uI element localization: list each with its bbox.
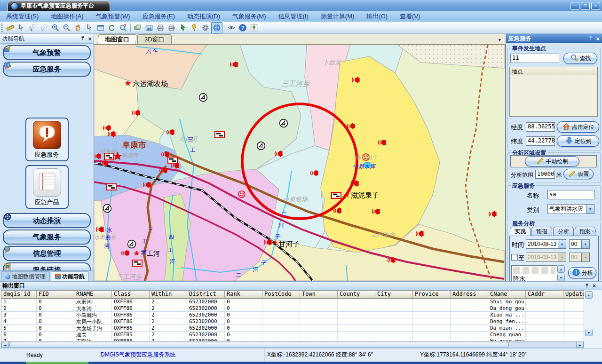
full-extent-icon[interactable] <box>95 22 106 33</box>
sidebar-item-weather-warning[interactable]: 气象预警 <box>3 45 91 60</box>
longitude-input[interactable]: 88.3625506 <box>526 122 555 132</box>
green-pointer-icon[interactable] <box>177 22 189 33</box>
click-locate-button[interactable]: 点击定位 <box>557 121 599 133</box>
set-range-button[interactable]: 设置 <box>563 169 594 179</box>
zoom-in-icon[interactable] <box>50 22 61 33</box>
sidebar-item-info-management[interactable]: 信息管理 <box>3 246 91 261</box>
column-header-City[interactable]: City <box>375 291 413 299</box>
tab-function-navigation[interactable]: 功能导航 <box>51 271 89 281</box>
globe-service-icon[interactable] <box>211 22 222 33</box>
column-header-FID[interactable]: FID <box>37 291 74 299</box>
tab-live[interactable]: 实况 <box>510 227 531 236</box>
manual-draw-button[interactable]: 手动绘制 <box>525 156 579 166</box>
column-header-Address[interactable]: Address <box>451 291 488 299</box>
zoom-scale-icon[interactable] <box>118 22 129 33</box>
menu-weather-warning[interactable]: 气象预警(W) <box>90 11 136 22</box>
settings-gear-icon[interactable] <box>200 22 211 33</box>
zoom-out-icon[interactable] <box>61 22 72 33</box>
refresh-icon[interactable] <box>106 22 118 33</box>
output-hscrollbar[interactable]: ◀ ▶ <box>1 342 584 348</box>
latitude-input[interactable]: 44.2277844 <box>526 136 555 146</box>
minimize-button[interactable]: — <box>570 2 579 10</box>
column-header-Rank[interactable]: Rank <box>225 291 262 299</box>
hscroll-thumb[interactable] <box>9 342 509 348</box>
sidebar-item-weather-service[interactable]: 气象服务 <box>3 229 91 245</box>
listbox-scrollbar[interactable]: ▲ ▼ <box>557 265 564 281</box>
close-icon[interactable]: × <box>596 36 600 42</box>
scroll-up-icon[interactable]: ▲ <box>557 265 565 273</box>
tab-map-data-management[interactable]: 地图数据管理 <box>1 271 50 281</box>
column-header-CAddr[interactable]: CAddr <box>526 291 563 299</box>
column-header-CName[interactable]: CName <box>488 291 526 299</box>
select-box-icon[interactable] <box>27 22 39 33</box>
tab-map-window[interactable]: 地图窗口 <box>97 34 137 44</box>
menu-dynamic-deduction[interactable]: 动态推演(D) <box>181 11 226 22</box>
analyze-button[interactable]: i 分析 <box>568 267 596 278</box>
element-listbox[interactable]: 降水 空气温度 <box>511 265 557 282</box>
sidebar-item-emergency-service[interactable]: 应急服务 <box>3 62 91 77</box>
menu-info-management[interactable]: 信息管理(I) <box>272 11 315 22</box>
column-header-County[interactable]: County <box>338 291 375 299</box>
menu-output[interactable]: 输出(O) <box>360 11 394 22</box>
column-header-Town[interactable]: Town <box>300 291 338 299</box>
maximize-button[interactable]: □ <box>581 2 590 10</box>
column-header-District[interactable]: District <box>187 291 225 299</box>
menu-view[interactable]: 查看(V) <box>394 11 426 22</box>
column-header-Update[interactable]: Update <box>563 291 584 299</box>
location-list[interactable] <box>509 75 598 117</box>
scroll-right-icon[interactable]: ▶ <box>576 342 584 348</box>
deselect-icon[interactable] <box>39 22 50 33</box>
pin-icon[interactable] <box>585 283 589 289</box>
tab-3d-window[interactable]: 3D窗口 <box>137 34 172 44</box>
pan-hand-icon[interactable] <box>72 22 84 33</box>
date-select[interactable]: 2010-08-13▼ <box>526 239 566 249</box>
scroll-down-icon[interactable]: ▼ <box>557 274 565 281</box>
chevron-down-icon[interactable]: ▼ <box>586 205 594 214</box>
hour-select[interactable]: 00▼ <box>569 239 590 249</box>
tab-forecast[interactable]: 预报 <box>531 227 552 236</box>
print-icon[interactable] <box>155 22 166 33</box>
column-header-Within[interactable]: Within <box>150 291 187 299</box>
measure-ruler-icon[interactable] <box>5 22 16 33</box>
map-canvas[interactable]: 八斗 六运湖农场 三工河乡 下西泉 九运街 阜康市 城关镇 阜康市 水磨沟乡 三… <box>94 45 506 281</box>
menu-map-operation[interactable]: 地图操作(A) <box>45 11 89 22</box>
service-name-input[interactable]: sa <box>547 190 594 199</box>
print-color-icon[interactable] <box>166 22 177 33</box>
sidebar-item-dynamic-deduction[interactable]: 动态推演 <box>3 213 91 228</box>
tab-analysis[interactable]: 分析 <box>553 227 574 236</box>
locate-pin-icon[interactable] <box>189 22 200 33</box>
service-type-select[interactable]: 气象和洪水灾▼ <box>547 204 594 214</box>
toolbar-grip[interactable] <box>1 24 3 32</box>
map-tab-dropdown-icon[interactable]: ▼ <box>498 38 502 42</box>
search-button[interactable]: 查找 <box>563 53 597 64</box>
column-header-PostCode[interactable]: PostCode <box>262 291 300 299</box>
emergency-product-button[interactable]: 应急产品 <box>25 165 69 209</box>
map-layers-icon[interactable] <box>132 22 143 33</box>
menu-weather-service[interactable]: 气象服务(M) <box>226 11 272 22</box>
pin-icon[interactable] <box>588 35 593 42</box>
legend-tree-icon[interactable] <box>248 22 260 33</box>
select-arrow-icon[interactable] <box>16 22 27 33</box>
table-row[interactable]: 70五官沟OXFF8626523020000Wu guan gou <box>1 338 584 341</box>
close-icon[interactable]: × <box>592 283 596 289</box>
table-row[interactable]: 30小马厩沟OXFF8626523020000Xiao ma ... <box>1 312 584 318</box>
eye-view-icon[interactable] <box>226 22 237 33</box>
column-header-RNAME[interactable]: RNAME <box>74 291 112 299</box>
menu-system[interactable]: 系统管理(S) <box>0 11 45 22</box>
table-row[interactable]: 20大冬沟OXFF8626523020000Da dong gou <box>1 305 584 312</box>
close-button[interactable]: × <box>591 2 600 10</box>
location-list-header[interactable]: 地点 <box>509 67 598 75</box>
table-row[interactable]: 60城关OXFF8526523020000Cheng guan <box>1 332 584 338</box>
scroll-up-icon[interactable]: ▲ <box>585 291 593 299</box>
close-icon[interactable]: × <box>88 36 92 42</box>
column-header-Provice[interactable]: Provice <box>413 291 451 299</box>
table-row[interactable]: 40东风一小队OXFF8626523020000Dong fen... <box>1 318 584 325</box>
help-icon[interactable]: ? <box>237 22 248 33</box>
menu-emergency-service[interactable]: 应急服务(E) <box>136 11 181 22</box>
output-vscrollbar[interactable]: ▲ ▼ <box>585 291 592 336</box>
pointer-icon[interactable] <box>84 22 95 33</box>
emergency-service-button[interactable]: 应急服务 <box>25 118 69 161</box>
table-row[interactable]: 10水磨沟OXFF8626523020000Shui mo gou <box>1 299 584 305</box>
scroll-left-icon[interactable]: ◀ <box>1 342 9 348</box>
location-keyword-input[interactable]: 11 <box>510 54 559 63</box>
